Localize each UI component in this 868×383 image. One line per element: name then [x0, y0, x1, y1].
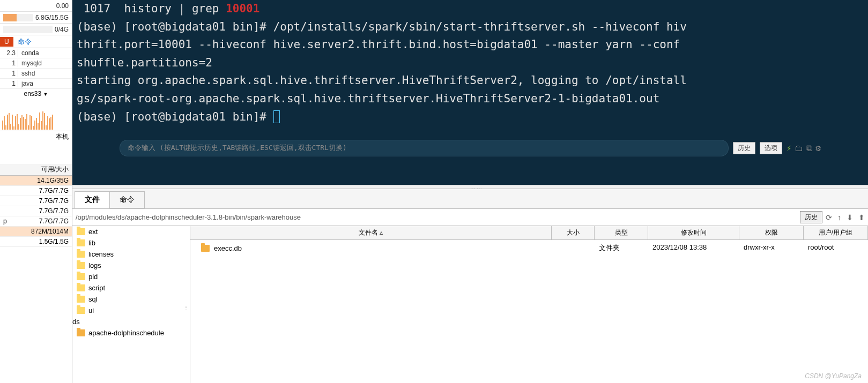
folder-icon	[77, 296, 85, 303]
tree-item[interactable]: licenses	[72, 249, 190, 260]
command-input[interactable]: 命令输入 (按ALT键提示历史,TAB键路径,ESC键返回,双击CTRL切换)	[120, 140, 729, 156]
sort-arrow-icon: ▵	[380, 229, 383, 236]
process-row[interactable]: 2.3conda	[0, 48, 72, 58]
folder-icon	[77, 228, 85, 235]
cmd-header-label[interactable]: 命令	[16, 36, 34, 48]
process-list: 2.3conda 1mysqld 1sshd 1java	[0, 48, 72, 89]
stat-cpu-val: 0.00	[56, 2, 69, 10]
tree-item[interactable]: lib	[72, 237, 190, 249]
tool-icon[interactable]: ⚙	[815, 141, 821, 155]
download-icon[interactable]: ⬇	[847, 213, 853, 222]
tree-parent[interactable]: ds	[72, 316, 190, 327]
path-breadcrumb[interactable]: /opt/modules/ds/apache-dolphinscheduler-…	[76, 213, 797, 221]
folder-icon	[77, 251, 85, 258]
disk-row[interactable]: p7.7G/7.7G	[0, 216, 72, 227]
cursor-icon	[273, 110, 280, 123]
disk-row[interactable]: 7.7G/7.7G	[0, 206, 72, 216]
process-row[interactable]: 1sshd	[0, 69, 72, 79]
stat-mem: 6.8G/15.5G	[0, 12, 72, 24]
process-header: U 命令	[0, 35, 72, 48]
cmd-badge: U	[0, 37, 13, 47]
folder-icon	[77, 307, 85, 314]
folder-icon	[77, 273, 85, 280]
stat-cpu: 0.00	[0, 0, 72, 12]
net-footer: 本机	[0, 131, 72, 142]
net-interface[interactable]: ens33 ▼	[0, 89, 72, 99]
stat-swap: 0/4G	[0, 24, 72, 35]
file-list-header: 文件名 ▵ 大小 类型 修改时间 权限 用户/用户组	[190, 226, 868, 240]
disk-header: 可用/大小	[0, 164, 72, 176]
tab-files[interactable]: 文件	[75, 191, 110, 208]
tree-item[interactable]: ui	[72, 305, 190, 316]
file-panel: 文件 命令 /opt/modules/ds/apache-dolphinsche…	[72, 189, 868, 383]
col-type[interactable]: 类型	[595, 226, 648, 239]
tab-commands[interactable]: 命令	[109, 191, 145, 208]
tree-item[interactable]: script	[72, 282, 190, 294]
process-row[interactable]: 1mysqld	[0, 58, 72, 69]
tree-item[interactable]: apache-dolphinschedule	[72, 327, 190, 339]
folder-tree[interactable]: ext lib licenses logs pid script sql ui …	[72, 226, 190, 383]
splitter[interactable]: ⋯⋯	[72, 185, 868, 189]
lightning-icon[interactable]: ⚡	[787, 141, 792, 155]
watermark: CSDN @YuPangZa	[805, 372, 862, 380]
refresh-icon[interactable]: ⟳	[826, 213, 832, 222]
left-sidebar: 0.00 6.8G/15.5G 0/4G U 命令 2.3conda 1mysq…	[0, 0, 72, 383]
tree-item[interactable]: sql	[72, 294, 190, 305]
folder-icon	[77, 262, 85, 269]
terminal[interactable]: 1017 history | grep 10001 (base) [root@b…	[72, 0, 868, 185]
file-list[interactable]: execc.db 文件夹 2023/12/08 13:38 drwxr-xr-x…	[190, 240, 868, 383]
history-button[interactable]: 历史	[733, 142, 755, 154]
col-date[interactable]: 修改时间	[648, 226, 739, 239]
disk-row[interactable]: 7.7G/7.7G	[0, 196, 72, 206]
disk-row[interactable]: 872M/1014M	[0, 227, 72, 237]
file-row[interactable]: execc.db 文件夹 2023/12/08 13:38 drwxr-xr-x…	[190, 240, 868, 256]
folder-icon	[201, 245, 210, 252]
tabs: 文件 命令	[72, 189, 868, 209]
process-row[interactable]: 1java	[0, 79, 72, 89]
col-perm[interactable]: 权限	[739, 226, 804, 239]
net-chart	[0, 99, 72, 131]
disk-row[interactable]: 14.1G/35G	[0, 176, 72, 186]
col-size[interactable]: 大小	[552, 226, 595, 239]
stat-mem-val: 6.8G/15.5G	[35, 14, 69, 21]
folder-icon	[77, 239, 85, 246]
tree-item[interactable]: ext	[72, 226, 190, 237]
folder-icon	[77, 284, 85, 291]
tree-item[interactable]: pid	[72, 271, 190, 282]
folder-icon[interactable]: 🗀	[795, 141, 803, 155]
upload-icon[interactable]: ⬆	[858, 213, 865, 222]
up-icon[interactable]: ↑	[837, 213, 841, 222]
grip-icon[interactable]: ⋮	[183, 305, 189, 311]
col-name[interactable]: 文件名 ▵	[190, 226, 552, 239]
tree-item[interactable]: logs	[72, 260, 190, 271]
disk-row[interactable]: 7.7G/7.7G	[0, 186, 72, 196]
folder-icon	[77, 329, 85, 336]
stat-swap-val: 0/4G	[55, 26, 69, 33]
options-button[interactable]: 选项	[760, 142, 782, 154]
path-history-button[interactable]: 历史	[800, 211, 822, 223]
disk-row[interactable]: 1.5G/1.5G	[0, 237, 72, 247]
col-user[interactable]: 用户/用户组	[804, 226, 868, 239]
copy-icon[interactable]: ⧉	[806, 141, 812, 155]
